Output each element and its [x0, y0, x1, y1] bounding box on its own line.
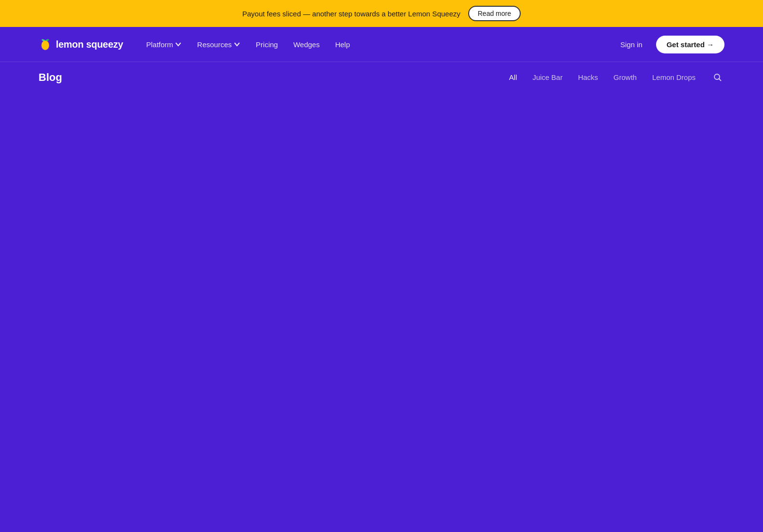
blog-nav: Blog All Juice Bar Hacks Growth Lemon Dr…	[0, 62, 763, 92]
main-nav: lemon squeezy Platform Resources Pricing…	[0, 27, 763, 62]
blog-category-growth[interactable]: Growth	[614, 73, 637, 81]
blog-category-all[interactable]: All	[509, 73, 517, 81]
blog-category-juice-bar[interactable]: Juice Bar	[532, 73, 563, 81]
blog-category-hacks[interactable]: Hacks	[578, 73, 598, 81]
blog-categories: All Juice Bar Hacks Growth Lemon Drops	[509, 71, 724, 84]
get-started-button[interactable]: Get started →	[656, 36, 724, 53]
main-content	[0, 92, 763, 532]
sign-in-button[interactable]: Sign in	[615, 37, 648, 52]
nav-link-wedges[interactable]: Wedges	[293, 40, 320, 49]
search-icon	[713, 73, 723, 82]
search-button[interactable]	[711, 71, 724, 84]
blog-category-lemon-drops[interactable]: Lemon Drops	[652, 73, 696, 81]
nav-right: Sign in Get started →	[615, 36, 724, 53]
chevron-down-icon	[234, 41, 240, 48]
announcement-text: Payout fees sliced — another step toward…	[242, 10, 460, 18]
nav-link-pricing[interactable]: Pricing	[256, 40, 278, 49]
nav-link-resources[interactable]: Resources	[197, 40, 240, 49]
svg-line-2	[719, 78, 722, 81]
chevron-down-icon	[175, 41, 182, 48]
nav-link-help[interactable]: Help	[335, 40, 350, 49]
read-more-button[interactable]: Read more	[468, 6, 521, 21]
logo-icon	[39, 38, 52, 51]
announcement-bar: Payout fees sliced — another step toward…	[0, 0, 763, 27]
nav-links: Platform Resources Pricing Wedges Help	[146, 40, 350, 49]
logo-text: lemon squeezy	[56, 39, 123, 50]
svg-point-0	[41, 40, 49, 50]
logo[interactable]: lemon squeezy	[39, 38, 123, 51]
blog-title: Blog	[39, 71, 62, 84]
svg-point-1	[714, 74, 720, 79]
nav-left: lemon squeezy Platform Resources Pricing…	[39, 38, 350, 51]
nav-link-platform[interactable]: Platform	[146, 40, 182, 49]
